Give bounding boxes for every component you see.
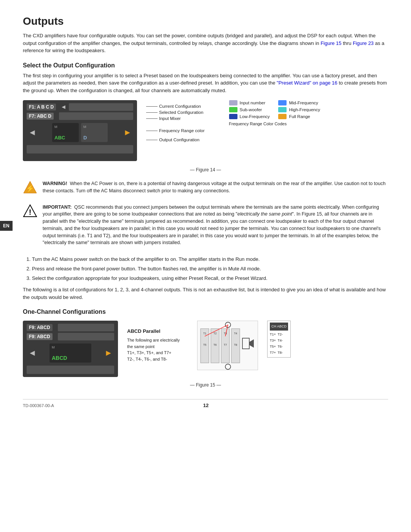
t1-t2: T1+ T2- bbox=[270, 331, 288, 337]
terminals-right: CH ABCD T1+ T2- T3+ T4- T5+ T6- T7+ T8- bbox=[267, 321, 291, 358]
fig15-link[interactable]: Figure 15 bbox=[320, 40, 341, 46]
preset2-bar bbox=[59, 112, 133, 120]
step-3: Select the configuration appropriate for… bbox=[32, 275, 388, 283]
t7-t8: T7+ T8- bbox=[270, 350, 288, 356]
abcd-info: ABCD Parallel The following are electric… bbox=[127, 321, 188, 362]
f15-preset2-bar bbox=[58, 333, 114, 340]
left-nav-arrow[interactable]: ◄ bbox=[28, 128, 37, 137]
select-output-heading: Select the Output Configuration bbox=[23, 62, 388, 69]
svg-text:T5: T5 bbox=[203, 343, 206, 346]
svg-rect-20 bbox=[242, 338, 249, 349]
legend-grid: Input number Mid-Frequency Sub-woofer Hi… bbox=[229, 100, 320, 119]
channel-d: M D bbox=[81, 123, 108, 142]
select-output-para: The first step in configuring your ampli… bbox=[23, 72, 388, 94]
f15-bottom-bar bbox=[27, 366, 114, 374]
preset-wizard-link[interactable]: "Preset Wizard" on page 16 bbox=[277, 80, 338, 86]
following-text: The following is a list of configuration… bbox=[23, 286, 388, 301]
legend-high-freq: High-Frequency bbox=[278, 107, 320, 112]
legend-title: Frequency Range Color Codes bbox=[229, 121, 320, 126]
svg-text:T3: T3 bbox=[224, 332, 227, 335]
footer-doc-id: TD-000367-00-A bbox=[23, 403, 54, 408]
annotation-output-config: Output Configuration bbox=[146, 137, 205, 142]
right-nav-arrow[interactable]: ► bbox=[123, 128, 132, 137]
step-1: Turn the AC Mains power switch on the ba… bbox=[32, 256, 388, 264]
svg-text:T7: T7 bbox=[224, 343, 227, 346]
legend-subwoofer: Sub-woofer bbox=[229, 107, 271, 112]
legend-full-range: Full Range bbox=[278, 114, 320, 119]
svg-text:⚡: ⚡ bbox=[26, 184, 35, 193]
f15-right-arrow[interactable]: ► bbox=[104, 348, 113, 358]
legend-input-number: Input number bbox=[229, 100, 271, 105]
important-box: ! IMPORTANT: QSC recommends that you con… bbox=[23, 204, 388, 250]
f15-channel-abcd: M ABCD bbox=[49, 343, 91, 363]
legend-mid-freq: Mid-Frequency bbox=[278, 100, 320, 105]
f15-left-arrow[interactable]: ◄ bbox=[28, 348, 37, 358]
f15-channel-block: M ABCD bbox=[40, 343, 101, 363]
f15-preset1: F9: ABCD bbox=[27, 324, 53, 331]
svg-text:T1: T1 bbox=[203, 332, 206, 335]
fig23-link[interactable]: Figure 23 bbox=[353, 40, 374, 46]
annotations: Current Configuration Selected Configura… bbox=[146, 100, 205, 143]
f15-channels-row: ◄ M ABCD ► bbox=[27, 343, 114, 363]
svg-text:T6: T6 bbox=[213, 343, 217, 346]
color-low-freq bbox=[229, 114, 237, 119]
preset1-label: F1: A B C D bbox=[27, 104, 56, 110]
terminals-header: CH ABCD bbox=[270, 323, 288, 330]
preset1-bar bbox=[69, 103, 133, 111]
color-input-number bbox=[229, 100, 237, 105]
figure15-caption: — Figure 15 — bbox=[23, 382, 388, 388]
channels-row: ◄ M ABC M D ► bbox=[27, 123, 133, 142]
t5-t6: T5+ T6- bbox=[270, 343, 288, 350]
important-icon: ! bbox=[23, 204, 37, 218]
f15-preset1-bar bbox=[58, 324, 114, 331]
page-number: 12 bbox=[203, 403, 209, 408]
svg-text:!: ! bbox=[29, 208, 32, 216]
annotation-freq-color: Frequency Range color bbox=[146, 128, 205, 133]
wiring-diagram: T1 T2 T3 T4 T5 T6 T7 T8 bbox=[197, 321, 258, 370]
figure15-container: F9: ABCD F9: ABCD ◄ M ABCD ► ABCD Parall… bbox=[23, 321, 388, 377]
f15-preset2: F9: ABCD bbox=[27, 333, 53, 340]
channel-abc: M ABC bbox=[52, 123, 79, 142]
warning-box: ⚡ WARNING! When the AC Power is on, ther… bbox=[23, 180, 388, 198]
color-high-freq bbox=[278, 107, 287, 112]
amp-display-fig14: F1: A B C D ◄ F7: ABC D ◄ M ABC M D ► bbox=[23, 100, 137, 161]
annotation-input-mixer: Input Mixer bbox=[146, 116, 205, 121]
important-text: IMPORTANT: QSC recommends that you conne… bbox=[43, 204, 388, 247]
legend-area: Input number Mid-Frequency Sub-woofer Hi… bbox=[218, 100, 320, 126]
svg-point-5 bbox=[225, 364, 231, 369]
color-subwoofer bbox=[229, 107, 237, 112]
t3-t4: T3+ T4- bbox=[270, 337, 288, 343]
warning-icon: ⚡ bbox=[23, 180, 37, 195]
svg-text:T8: T8 bbox=[234, 343, 237, 346]
steps-list: Turn the AC Mains power switch on the ba… bbox=[23, 256, 388, 282]
svg-marker-21 bbox=[249, 339, 254, 348]
arrow-indicator: ◄ bbox=[61, 104, 67, 110]
legend-low-freq: Low-Frequency bbox=[229, 114, 271, 119]
svg-text:T4: T4 bbox=[234, 332, 237, 335]
annotation-current: Current Configuration bbox=[146, 104, 205, 109]
figure14-container: F1: A B C D ◄ F7: ABC D ◄ M ABC M D ► bbox=[23, 100, 388, 161]
svg-text:T2: T2 bbox=[213, 332, 217, 335]
channel-block: M ABC M D bbox=[40, 123, 120, 142]
en-label: EN bbox=[0, 221, 13, 231]
intro-text: The CXD amplifiers have four configurabl… bbox=[23, 32, 388, 54]
page-title: Outputs bbox=[23, 15, 388, 27]
one-channel-heading: One-Channel Configurations bbox=[23, 308, 388, 315]
color-full-range bbox=[278, 114, 287, 119]
annotation-selected: Selected Configuration bbox=[146, 110, 205, 115]
step-2: Press and release the front-panel power … bbox=[32, 265, 388, 273]
preset2-label: F7: ABC D bbox=[27, 113, 54, 120]
amp-display-fig15: F9: ABCD F9: ABCD ◄ M ABCD ► bbox=[23, 321, 118, 377]
abcd-parallel-label: ABCD Parallel bbox=[127, 328, 188, 334]
bottom-bar bbox=[27, 145, 133, 153]
footer: TD-000367-00-A 12 bbox=[23, 399, 388, 408]
abcd-note: The following are electricallythe same p… bbox=[127, 337, 188, 362]
figure14-caption: — Figure 14 — bbox=[23, 167, 388, 173]
color-mid-freq bbox=[278, 100, 287, 105]
warning-text: WARNING! When the AC Power is on, there … bbox=[43, 180, 388, 195]
